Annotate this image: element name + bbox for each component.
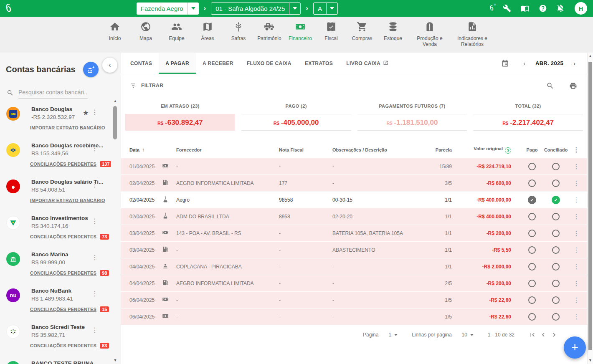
paid-checkbox[interactable]	[528, 230, 536, 237]
row-menu-icon[interactable]: ⋮	[569, 246, 584, 254]
bank-action-link[interactable]: IMPORTAR EXTRATO BANCÁRIO	[30, 125, 105, 130]
bank-action-link[interactable]: IMPORTAR EXTRATO BANCÁRIO	[30, 198, 105, 203]
tab-contas[interactable]: CONTAS	[124, 53, 159, 74]
bank-account-item[interactable]: nu Banco NuBank R$ 1.489.983,41 CONCILIA…	[0, 283, 111, 313]
bank-menu-icon[interactable]: ⋮	[91, 290, 98, 298]
favorite-star-icon[interactable]: ★	[83, 109, 89, 117]
bank-action-link[interactable]: CONCILIAÇÕES PENDENTES	[30, 343, 96, 348]
user-avatar[interactable]: H	[575, 2, 587, 15]
row-menu-icon[interactable]: ⋮	[569, 296, 584, 304]
scrollbar-thumb[interactable]	[113, 106, 117, 139]
tab-a-receber[interactable]: A RECEBER	[196, 53, 240, 74]
summary-card-paid[interactable]: PAGO (2) R$-405.000,00	[241, 104, 351, 131]
column-header-nota-fiscal[interactable]: Nota Fiscal	[279, 147, 332, 152]
nav-item-estoque[interactable]: Estoque	[380, 21, 406, 53]
rows-per-page-select[interactable]: 10	[462, 332, 474, 338]
summary-card-future[interactable]: PAGAMENTOS FUTUROS (7) R$-1.181.510,00	[357, 104, 467, 131]
bank-menu-icon[interactable]: ⋮	[91, 181, 98, 189]
bank-menu-icon[interactable]: ⋮	[91, 144, 98, 152]
calendar-icon[interactable]	[501, 59, 509, 67]
column-header-observacoes[interactable]: Observações / Descrição	[332, 147, 424, 152]
row-menu-icon[interactable]: ⋮	[569, 280, 584, 287]
sidebar-scrollbar[interactable]: ▲ ▼	[113, 99, 118, 362]
season-selector-caret[interactable]	[289, 3, 300, 14]
scroll-up-icon[interactable]: ▲	[113, 99, 118, 103]
bank-action-link[interactable]: CONCILIAÇÕES PENDENTES	[30, 234, 96, 239]
payable-row[interactable]: 03/04/2025--ABASTECIMENTO1/1-R$ 5,50⋮	[121, 242, 587, 258]
reconciled-checkbox[interactable]	[552, 179, 560, 187]
add-bank-account-button[interactable]	[83, 62, 99, 77]
row-menu-icon[interactable]: ⋮	[569, 263, 584, 270]
aegro-add-icon[interactable]: ∂+	[490, 4, 493, 13]
season-selector[interactable]: 01 - Safra Algodão 24/25	[211, 3, 301, 15]
paid-checkbox[interactable]	[528, 313, 536, 321]
reconciled-checkbox[interactable]	[552, 246, 560, 254]
paid-checkbox[interactable]	[528, 296, 536, 304]
nav-item-producao-e-venda[interactable]: Produção e Venda	[411, 21, 449, 53]
reconciled-checkbox[interactable]: ✓	[552, 196, 560, 204]
aegro-logo-icon[interactable]: ∂	[6, 3, 11, 13]
payable-row[interactable]: 01/04/2025---15/89-R$ 224.719,10⋮	[121, 158, 587, 175]
paid-checkbox[interactable]	[528, 213, 536, 220]
scroll-up-icon[interactable]: ▲	[588, 54, 593, 58]
nav-item-mapa[interactable]: Mapa	[133, 21, 159, 53]
sidebar-collapse-button[interactable]: ‹	[102, 58, 117, 73]
farm-selector[interactable]: Fazenda Aegro	[137, 3, 199, 15]
column-header-conciliado[interactable]: Conciliado	[543, 147, 569, 152]
row-menu-icon[interactable]: ⋮	[569, 196, 584, 204]
scroll-down-icon[interactable]: ▼	[113, 359, 118, 362]
page-scrollbar[interactable]: ▲ ▼	[587, 53, 593, 364]
bank-account-item[interactable]: BANCO TESTE BRUNA R$ 4.459,51 ⋮	[0, 356, 111, 364]
tab-livro-caixa[interactable]: LIVRO CAIXA	[340, 53, 395, 74]
farm-selector-caret[interactable]	[188, 3, 199, 15]
bank-account-item[interactable]: Banco Douglas salário Ti... R$ 54.008,51…	[0, 174, 111, 204]
bank-menu-icon[interactable]: ⋮	[91, 362, 98, 364]
bank-account-item[interactable]: Banco Douglas recebime... R$ 155.349,56 …	[0, 138, 111, 167]
tab-fluxo-de-caixa[interactable]: FLUXO DE CAIXA	[240, 53, 298, 74]
payable-row[interactable]: 06/04/2025---1/5-R$ 22,60⋮	[121, 292, 587, 308]
previous-month-button[interactable]: ‹	[519, 60, 530, 67]
nav-item-financeiro[interactable]: Financeiro	[287, 21, 313, 53]
summary-card-total[interactable]: TOTAL (32) R$-2.217.402,47	[473, 104, 583, 131]
row-menu-icon[interactable]: ⋮	[569, 213, 584, 220]
bank-action-link[interactable]: CONCILIAÇÕES PENDENTES	[30, 162, 96, 167]
payable-row[interactable]: 06/04/2025---1/5-R$ 22,60⋮	[121, 308, 587, 325]
payable-row[interactable]: 04/04/2025COPLACANA - PIRACICABA--1/1-R$…	[121, 258, 587, 275]
filter-button[interactable]: FILTRAR	[130, 82, 163, 89]
nav-item-fiscal[interactable]: Fiscal	[318, 21, 344, 53]
unit-selector[interactable]: A	[313, 3, 338, 15]
paid-checkbox[interactable]	[528, 179, 536, 187]
bank-action-link[interactable]: CONCILIAÇÕES PENDENTES	[30, 270, 96, 276]
tools-icon[interactable]	[503, 4, 511, 13]
column-header-parcela[interactable]: Parcela	[424, 147, 466, 152]
print-icon[interactable]	[569, 82, 577, 90]
row-menu-icon[interactable]: ⋮	[569, 163, 584, 170]
tab-a-pagar[interactable]: A PAGAR	[159, 53, 196, 74]
previous-page-icon[interactable]	[540, 331, 547, 339]
scroll-down-icon[interactable]: ▼	[588, 359, 593, 362]
notifications-off-icon[interactable]	[557, 4, 565, 13]
payable-row[interactable]: 04/04/2025AEGRO INFORMATICA LIMITADA--2/…	[121, 275, 587, 292]
reconciled-checkbox[interactable]	[552, 296, 560, 304]
payable-row[interactable]: 02/04/2025AEGRO INFORMATICA LIMITADA177-…	[121, 175, 587, 192]
reconciled-checkbox[interactable]	[552, 213, 560, 220]
paid-checkbox[interactable]	[528, 263, 536, 270]
next-page-icon[interactable]	[550, 331, 558, 339]
summary-card-overdue[interactable]: EM ATRASO (23) R$-630.892,47	[125, 104, 235, 131]
column-header-data[interactable]: Data↑	[129, 147, 162, 153]
bank-action-link[interactable]: CONCILIAÇÕES PENDENTES	[30, 307, 96, 312]
bank-account-item[interactable]: Itaú Banco Douglas -R$ 2.328.532,97 IMPO…	[0, 102, 111, 131]
bank-account-item[interactable]: Banco Marina R$ 99.999,00 CONCILIAÇÕES P…	[0, 247, 111, 276]
nav-item-equipe[interactable]: Equipe	[164, 21, 190, 53]
bank-menu-icon[interactable]: ⋮	[91, 326, 98, 334]
bank-menu-icon[interactable]: ⋮	[91, 253, 98, 261]
payable-row[interactable]: 02/04/2025Aegro9855800-30-151/1-R$ 400.0…	[121, 192, 587, 208]
nav-item-safras[interactable]: Safras	[226, 21, 251, 53]
bank-menu-icon[interactable]: ⋮	[91, 217, 98, 225]
reconciled-checkbox[interactable]	[552, 313, 560, 321]
bank-menu-icon[interactable]: ⋮	[91, 108, 98, 116]
reconciled-checkbox[interactable]	[552, 230, 560, 237]
reconciled-checkbox[interactable]	[552, 263, 560, 270]
column-header-pago[interactable]: Pago	[521, 147, 543, 152]
tab-extratos[interactable]: EXTRATOS	[298, 53, 340, 74]
